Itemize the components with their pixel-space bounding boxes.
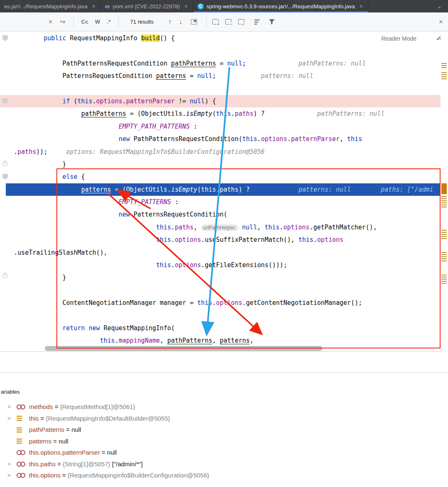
code-line-16[interactable]: this.paths, urlPathHelper: null, this.op… bbox=[0, 221, 441, 234]
open-in-find-window-icon[interactable] bbox=[191, 19, 197, 24]
hidden-tabs-chevron-icon[interactable]: ⌄ bbox=[431, 0, 448, 12]
filter-funnel-icon[interactable] bbox=[269, 19, 275, 25]
code-line-3[interactable]: PathPatternsRequestCondition pathPattern… bbox=[0, 57, 441, 70]
variable-row-this.options[interactable]: >this.options = {RequestMappingInfo$Buil… bbox=[0, 470, 448, 481]
code-line-24[interactable]: return new RequestMappingInfo( bbox=[0, 322, 441, 334]
gutter-lock-icon bbox=[2, 275, 7, 278]
variable-row-patterns[interactable]: patterns = null bbox=[0, 436, 448, 447]
error-stripe-current-block[interactable] bbox=[441, 183, 447, 194]
variable-name: this bbox=[29, 415, 39, 422]
watch-icon bbox=[17, 450, 24, 455]
code-line-17[interactable]: this.options.useSuffixPatternMatch(), th… bbox=[0, 234, 441, 246]
equals: = bbox=[39, 415, 46, 422]
code-line-22[interactable]: ContentNegotiationManager manager = this… bbox=[0, 297, 441, 309]
code-editor[interactable]: public RequestMappingInfo build() { Path… bbox=[0, 32, 441, 352]
previous-occurrence-icon[interactable]: ↑ bbox=[168, 18, 171, 26]
clear-search-icon[interactable]: × bbox=[49, 18, 52, 26]
equals: = bbox=[56, 460, 63, 468]
variable-name: patterns bbox=[29, 438, 51, 445]
inline-debugger-hint: patterns: null bbox=[216, 72, 314, 80]
close-find-bar-icon[interactable]: × bbox=[439, 18, 443, 26]
inline-debugger-hint: pathPatterns: null bbox=[246, 60, 366, 67]
variable-name: pathPatterns bbox=[29, 426, 64, 433]
tab-close-icon[interactable]: × bbox=[185, 3, 188, 10]
maven-icon: m bbox=[105, 3, 110, 10]
code-line-21[interactable] bbox=[0, 284, 441, 297]
variable-value: null bbox=[71, 426, 81, 433]
regex-toggle[interactable]: .* bbox=[107, 19, 111, 25]
editor-tab-1[interactable]: es.jar!/.../RequestMappingInfo.java× bbox=[0, 0, 101, 12]
occurrence-filter-icon-3[interactable]: ✓ bbox=[238, 19, 244, 24]
error-stripe[interactable] bbox=[441, 32, 448, 352]
equals: = bbox=[100, 449, 107, 456]
variable-value: null bbox=[58, 438, 68, 445]
code-line-2[interactable] bbox=[0, 44, 441, 57]
variable-row-methods[interactable]: >methods = {RequestMethod[1]@5061} bbox=[0, 401, 448, 413]
search-history-icon[interactable]: ↪ bbox=[60, 18, 65, 26]
variable-name: this.options.patternParser bbox=[29, 449, 100, 456]
tab-label: spring-webmvc-5.3.9-sources.jar!/.../Req… bbox=[207, 3, 355, 10]
variable-value: {String[1]@5057} bbox=[63, 460, 110, 468]
inline-debugger-hint: patterns: null bbox=[250, 186, 351, 193]
match-case-toggle[interactable]: Cc bbox=[81, 19, 88, 25]
variable-preview: ["/admin/*"] bbox=[110, 460, 143, 468]
horizontal-scrollbar[interactable] bbox=[45, 346, 322, 351]
code-line-20[interactable]: } bbox=[0, 271, 441, 284]
tab-close-icon[interactable]: × bbox=[92, 3, 95, 10]
variable-row-pathPatterns[interactable]: pathPatterns = null bbox=[0, 424, 448, 436]
equals: = bbox=[61, 472, 68, 479]
code-line-12[interactable]: else { bbox=[0, 170, 441, 183]
variable-value: {RequestMappingInfo$DefaultBuilder@5055} bbox=[46, 415, 170, 422]
variable-row-this.options.patternParser[interactable]: this.options.patternParser = null bbox=[0, 447, 448, 458]
inline-debugger-hint: options: RequestMappingInfo$BuilderConfi… bbox=[47, 148, 265, 156]
editor-tab-bar: es.jar!/.../RequestMappingInfo.java×mpom… bbox=[0, 0, 448, 12]
gutter-lock-icon bbox=[2, 163, 7, 166]
expand-chevron-icon[interactable]: > bbox=[6, 472, 17, 478]
variable-name: this.paths bbox=[29, 460, 56, 468]
code-line-19[interactable]: this.options.getFileExtensions())); bbox=[0, 259, 441, 271]
variable-value: null bbox=[107, 449, 117, 456]
code-line-9[interactable]: new PathPatternsRequestCondition(this.op… bbox=[0, 133, 441, 145]
editor-tab-3[interactable]: Cspring-webmvc-5.3.9-sources.jar!/.../Re… bbox=[193, 0, 368, 12]
code-line-14[interactable]: EMPTY_PATTERNS : bbox=[0, 196, 441, 208]
code-line-4[interactable]: PatternsRequestCondition patterns = null… bbox=[0, 70, 441, 82]
equals: = bbox=[51, 438, 58, 445]
code-line-7[interactable]: pathPatterns = (ObjectUtils.isEmpty(this… bbox=[0, 107, 441, 120]
equals: = bbox=[53, 403, 60, 410]
code-line-13[interactable]: patterns = (ObjectUtils.isEmpty(this.pat… bbox=[0, 183, 441, 196]
expand-chevron-icon[interactable]: > bbox=[6, 415, 17, 421]
variable-row-this[interactable]: >this = {RequestMappingInfo$DefaultBuild… bbox=[0, 413, 448, 424]
find-toolbar: × ↪ Cc W .* 71 results ↑ ↓ +−✓ × bbox=[0, 12, 448, 32]
tab-close-icon[interactable]: × bbox=[359, 3, 363, 10]
tab-label: es.jar!/.../RequestMappingInfo.java bbox=[4, 3, 88, 10]
code-line-10[interactable]: .paths)); options: RequestMappingInfo$Bu… bbox=[0, 146, 441, 158]
code-line-8[interactable]: EMPTY_PATH_PATTERNS : bbox=[0, 120, 441, 133]
variable-row-this.paths[interactable]: >this.paths = {String[1]@5057} ["/admin/… bbox=[0, 458, 448, 470]
editor-tab-2[interactable]: mpom.xml (CVE-2022-22978)× bbox=[101, 0, 193, 12]
field-icon bbox=[17, 427, 22, 433]
code-line-15[interactable]: new PatternsRequestCondition( bbox=[0, 208, 441, 221]
code-line-6[interactable]: if (this.options.patternParser != null) … bbox=[0, 95, 441, 107]
expand-chevron-icon[interactable]: > bbox=[6, 404, 17, 410]
inline-debugger-hint: pathPatterns: null bbox=[265, 110, 385, 117]
debugger-variables-panel: ariables >methods = {RequestMethod[1]@50… bbox=[0, 373, 448, 487]
occurrence-filter-icon-1[interactable]: + bbox=[212, 19, 219, 24]
reader-mode-label[interactable]: Reader Mode bbox=[381, 35, 416, 42]
code-line-25[interactable]: this.mappingName, pathPatterns, patterns… bbox=[0, 334, 441, 347]
expand-chevron-icon[interactable]: > bbox=[6, 461, 17, 467]
code-line-11[interactable]: } bbox=[0, 158, 441, 170]
filter-lines-icon[interactable] bbox=[254, 19, 260, 24]
separator bbox=[206, 17, 207, 27]
variable-name: this.options bbox=[29, 472, 61, 479]
occurrence-filter-icon-2[interactable]: − bbox=[225, 19, 231, 24]
watch-icon bbox=[17, 473, 24, 477]
code-line-1[interactable]: public RequestMappingInfo build() { bbox=[0, 32, 441, 44]
occurrence-filter-icons: +−✓ bbox=[212, 19, 244, 24]
next-occurrence-icon[interactable]: ↓ bbox=[179, 18, 182, 26]
whole-words-toggle[interactable]: W bbox=[95, 19, 100, 25]
code-line-18[interactable]: .useTrailingSlashMatch(), bbox=[0, 246, 441, 259]
code-line-5[interactable] bbox=[0, 83, 441, 95]
tab-label: pom.xml (CVE-2022-22978) bbox=[113, 3, 180, 10]
code-line-23[interactable] bbox=[0, 309, 441, 322]
separator bbox=[73, 17, 74, 27]
